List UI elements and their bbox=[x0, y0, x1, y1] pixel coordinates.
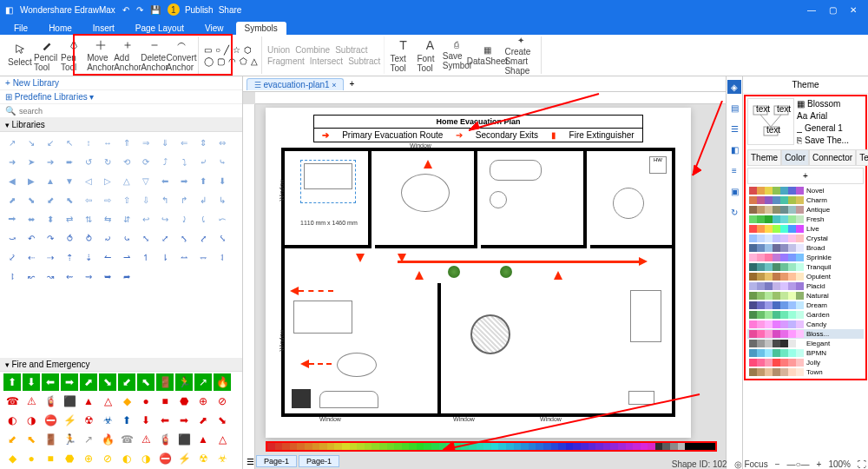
union-btn[interactable]: Union bbox=[267, 45, 290, 55]
fire-symbol[interactable]: ↗ bbox=[80, 431, 97, 448]
theme-swatch-row[interactable]: Charm bbox=[747, 195, 864, 205]
select-tool[interactable]: Select bbox=[7, 37, 33, 74]
drawing-page[interactable]: Home Evacuation Plan ➔Primary Evacuation… bbox=[266, 108, 691, 438]
fire-symbol[interactable]: ⬈ bbox=[194, 412, 212, 429]
arrow-shape[interactable]: ▶ bbox=[23, 172, 40, 189]
page-menu[interactable]: ☰ bbox=[247, 457, 254, 466]
fire-symbol[interactable]: ⊘ bbox=[99, 450, 116, 467]
fire-symbol[interactable]: ◑ bbox=[137, 450, 155, 467]
arrow-shape[interactable]: ⟲ bbox=[118, 153, 135, 170]
theme-swatch-row[interactable]: Town bbox=[747, 367, 864, 377]
arrow-shape[interactable]: ↗ bbox=[3, 134, 21, 151]
fire-symbol[interactable]: 🚪 bbox=[42, 431, 59, 448]
arrow-shape[interactable]: ⬍ bbox=[42, 210, 59, 228]
theme-swatch-row[interactable]: Novel bbox=[747, 186, 864, 195]
arrow-shape[interactable]: △ bbox=[118, 172, 135, 189]
arrow-shape[interactable]: ↳ bbox=[214, 191, 231, 208]
font-tool[interactable]: AFont Tool bbox=[417, 37, 443, 74]
arrow-shape[interactable]: ⤴ bbox=[156, 153, 174, 170]
theme-swatch-row[interactable]: Elegant bbox=[747, 339, 864, 348]
minimize-btn[interactable]: ― bbox=[802, 3, 821, 17]
themetab-color[interactable]: Color bbox=[781, 149, 809, 166]
arrow-shape[interactable]: ⥑ bbox=[214, 248, 231, 266]
arrow-shape[interactable]: ↜ bbox=[23, 268, 40, 285]
arrow-shape[interactable]: ⬆ bbox=[194, 172, 212, 189]
theme-opt-blossom[interactable]: ▦Blossom bbox=[796, 98, 864, 109]
fire-symbol[interactable]: ⬋ bbox=[118, 373, 135, 391]
fire-symbol[interactable]: 🔥 bbox=[214, 373, 231, 391]
theme-opt-arial[interactable]: AaArial bbox=[796, 110, 864, 122]
arrow-shape[interactable]: ⬈ bbox=[3, 191, 21, 208]
fire-symbol[interactable]: ⊕ bbox=[80, 450, 97, 467]
shape-poly-icon[interactable]: ⬠ bbox=[240, 56, 247, 66]
fire-symbol[interactable]: ■ bbox=[42, 450, 59, 467]
arrow-shape[interactable]: ⤹ bbox=[194, 210, 212, 228]
maximize-btn[interactable]: ▢ bbox=[823, 3, 842, 17]
fire-symbol[interactable]: △ bbox=[99, 393, 116, 410]
arrow-shape[interactable]: ⇓ bbox=[156, 134, 174, 151]
theme-swatch-row[interactable]: Broad bbox=[747, 243, 864, 253]
fire-symbol[interactable]: ⬅ bbox=[156, 412, 174, 429]
doc-tab[interactable]: ☰ evacuation-plan1 × bbox=[247, 78, 344, 90]
fire-symbol[interactable]: ⬣ bbox=[61, 450, 78, 467]
arrow-shape[interactable]: ⥏ bbox=[3, 268, 21, 285]
arrow-shape[interactable]: ⇢ bbox=[42, 248, 59, 266]
fragment-btn[interactable]: Fragment bbox=[267, 56, 305, 66]
arrow-shape[interactable]: ⬇ bbox=[214, 172, 231, 189]
arrow-shape[interactable]: ⤿ bbox=[118, 229, 135, 247]
theme-swatch-row[interactable]: Bloss... bbox=[747, 329, 864, 339]
fire-symbol[interactable]: ⬅ bbox=[42, 373, 59, 391]
arrow-shape[interactable]: ➔ bbox=[42, 153, 59, 170]
subtract2-btn[interactable]: Subtract bbox=[348, 56, 380, 66]
fire-symbol[interactable]: ⬉ bbox=[137, 373, 155, 391]
arrow-shape[interactable]: ⇀ bbox=[118, 248, 135, 266]
fire-symbol[interactable]: ▲ bbox=[194, 431, 212, 448]
color-palette-bar[interactable] bbox=[266, 441, 717, 452]
rt-image-icon[interactable]: ▣ bbox=[727, 184, 741, 198]
arrow-shape[interactable]: ⇵ bbox=[118, 210, 135, 228]
zoom-slider[interactable]: ―○― bbox=[787, 459, 810, 469]
rt-layers-icon[interactable]: ▤ bbox=[727, 101, 741, 115]
arrow-shape[interactable]: ⇜ bbox=[61, 268, 78, 285]
fire-symbol[interactable]: ⬆ bbox=[118, 412, 135, 429]
fire-symbol[interactable]: ⛔ bbox=[156, 450, 174, 467]
add-anchor[interactable]: Add Anchor bbox=[115, 37, 141, 74]
combine-btn[interactable]: Combine bbox=[295, 45, 330, 55]
arrow-shape[interactable]: ⤶ bbox=[194, 153, 212, 170]
datasheet[interactable]: ▦DataSheet bbox=[470, 37, 503, 74]
predefine-btn[interactable]: ⊞ Predefine Libraries ▾ bbox=[5, 92, 95, 102]
arrow-shape[interactable]: ⤵ bbox=[175, 153, 193, 170]
arrow-shape[interactable]: ↝ bbox=[42, 268, 59, 285]
arrow-shape[interactable]: ⤾ bbox=[99, 229, 116, 247]
arrow-shape[interactable]: ⤤ bbox=[194, 229, 212, 247]
fire-symbol[interactable]: ☎ bbox=[118, 431, 135, 448]
save-symbol[interactable]: ⎙Save Symbol bbox=[444, 37, 470, 74]
fire-symbol[interactable]: ☣ bbox=[99, 412, 116, 429]
shape-tri-icon[interactable]: △ bbox=[251, 56, 258, 66]
menu-symbols[interactable]: Symbols bbox=[236, 22, 286, 35]
theme-swatch-row[interactable]: Opulent bbox=[747, 272, 864, 281]
arrow-shape[interactable]: ↙ bbox=[42, 134, 59, 151]
arrow-shape[interactable]: ⤺ bbox=[214, 210, 231, 228]
fire-symbol[interactable]: ☢ bbox=[194, 450, 212, 467]
arrow-shape[interactable]: ⇧ bbox=[118, 191, 135, 208]
rt-theme-icon[interactable]: ◈ bbox=[727, 80, 741, 94]
themetab-theme[interactable]: Theme bbox=[747, 149, 781, 166]
shape-ellipse-icon[interactable]: ◯ bbox=[204, 56, 214, 66]
arrow-shape[interactable]: ▲ bbox=[42, 172, 59, 189]
theme-swatch-row[interactable]: Live bbox=[747, 224, 864, 234]
arrow-shape[interactable]: ▷ bbox=[99, 172, 116, 189]
add-tab[interactable]: + bbox=[349, 79, 354, 89]
fire-symbol[interactable]: ⬈ bbox=[80, 373, 97, 391]
page-tab-2[interactable]: Page-1 bbox=[299, 455, 339, 467]
fire-symbol[interactable]: ⊘ bbox=[214, 393, 231, 410]
rt-align-icon[interactable]: ≡ bbox=[727, 163, 741, 177]
convert-anchor[interactable]: Convert Anchor bbox=[168, 37, 194, 74]
menu-page-layout[interactable]: Page Layout bbox=[127, 22, 193, 35]
fire-symbol[interactable]: 🏃 bbox=[61, 431, 78, 448]
arrow-shape[interactable]: ⇝ bbox=[80, 268, 97, 285]
fire-symbol[interactable]: 🔥 bbox=[99, 431, 116, 448]
arrow-shape[interactable]: ⇠ bbox=[23, 248, 40, 266]
publish-btn[interactable]: Publish bbox=[185, 5, 214, 15]
arrow-shape[interactable]: ➜ bbox=[3, 153, 21, 170]
